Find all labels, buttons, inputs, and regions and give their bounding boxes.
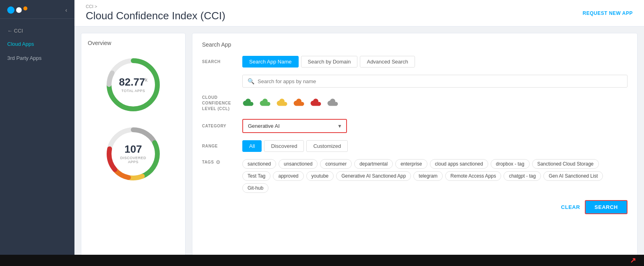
search-tabs: Search App Name Search by Domain Advance… [242,56,415,68]
logo-circle-white [16,7,22,13]
tags-row: TAGS ⚙ sanctionedunsanctionedconsumerdep… [202,159,627,193]
tag-item[interactable]: consumer [320,159,352,169]
range-tabs: All Discovered Customized [242,140,348,152]
total-apps-center: 82.77k TOTAL APPS [119,77,147,93]
actions-row: CLEAR SEARCH [202,200,627,214]
sidebar-item-third-party-apps[interactable]: 3rd Party Apps [0,51,74,65]
content-area: Overview 82.77k [74,27,644,266]
ccl-label: CLOUDCONFIDENCELEVEL (CCL) [202,95,242,112]
tag-item[interactable]: cloud apps sanctioned [430,159,488,169]
sidebar-logo: ‹ [0,0,74,19]
range-tab-all[interactable]: All [242,140,262,152]
total-apps-label: TOTAL APPS [119,89,147,93]
sidebar-item-cloud-apps[interactable]: Cloud Apps [0,37,74,51]
ccl-row: CLOUDCONFIDENCELEVEL (CCL) [202,95,627,112]
logo [7,6,27,14]
tab-search-by-domain[interactable]: Search by Domain [301,56,358,68]
search-panel: Search App SEARCH Search App Name Search… [192,33,638,260]
total-apps-donut: 82.77k TOTAL APPS [101,53,165,117]
search-label: SEARCH [202,59,242,64]
tag-item[interactable]: Generative AI Sanctioned App [336,171,411,181]
tag-item[interactable]: chatgpt - tag [504,171,541,181]
search-input-wrapper: 🔍 [242,75,627,88]
cloud-orange[interactable] [293,98,306,108]
tags-label: TAGS [202,160,214,164]
page-title: Cloud Confidence Index (CCI) [86,10,225,22]
discovered-apps-donut: 107 DISCOVERED APPS [101,122,165,186]
range-label: RANGE [202,144,242,148]
sidebar: ‹ ← CCI Cloud Apps 3rd Party Apps [0,0,74,266]
overview-title: Overview [88,40,111,46]
tab-search-app-name[interactable]: Search App Name [242,56,299,68]
gear-icon[interactable]: ⚙ [216,159,221,165]
tag-item[interactable]: Sanctioned Cloud Storage [532,159,599,169]
arrow-icon: ↗ [630,256,636,265]
tag-item[interactable]: Remote Access Apps [445,171,501,181]
tag-item[interactable]: Git-hub [242,183,268,193]
cloud-green-dark[interactable] [242,98,255,108]
range-row: RANGE All Discovered Customized [202,140,627,152]
bottom-bar: ↗ [0,255,644,266]
sidebar-nav: ← CCI Cloud Apps 3rd Party Apps [0,19,74,71]
tag-item[interactable]: sanctioned [242,159,276,169]
discovered-apps-center: 107 DISCOVERED APPS [117,144,149,164]
breadcrumb: CCI > [86,4,225,9]
discovered-apps-label: DISCOVERED APPS [117,156,149,164]
total-apps-value: 82.77k [119,77,147,87]
clear-button[interactable]: CLEAR [561,204,580,210]
cloud-green-light[interactable] [259,98,272,108]
tag-item[interactable]: Test Tag [242,171,270,181]
tags-container: sanctionedunsanctionedconsumerdepartment… [242,159,627,193]
cloud-gray[interactable] [327,98,340,108]
tag-item[interactable]: Gen AI Sanctioned List [543,171,603,181]
search-icon: 🔍 [248,78,254,84]
cloud-yellow[interactable] [276,98,289,108]
tags-label-wrap: TAGS ⚙ [202,159,242,165]
category-row: CATEGORY Generative AI Cloud Storage Col… [202,119,627,133]
tag-item[interactable]: approved [273,171,303,181]
cloud-red[interactable] [310,98,323,108]
tag-item[interactable]: youtube [306,171,334,181]
overview-panel: Overview 82.77k [81,33,186,260]
collapse-button[interactable]: ‹ [65,7,67,13]
tag-item[interactable]: dropbox - tag [491,159,530,169]
ccl-clouds [242,98,340,108]
header-left: CCI > Cloud Confidence Index (CCI) [86,4,225,22]
main-content: CCI > Cloud Confidence Index (CCI) REQUE… [74,0,644,266]
search-type-row: SEARCH Search App Name Search by Domain … [202,56,627,68]
category-select[interactable]: Generative AI Cloud Storage Collaboratio… [243,120,333,132]
request-new-app-button[interactable]: REQUEST NEW APP [583,10,633,16]
sidebar-back-button[interactable]: ← CCI [0,25,74,37]
logo-circle-orange [23,6,27,10]
logo-circle-blue [7,6,14,14]
search-input-row: 🔍 [202,75,627,88]
search-panel-title: Search App [202,41,627,48]
tag-item[interactable]: departmental [354,159,393,169]
header: CCI > Cloud Confidence Index (CCI) REQUE… [74,0,644,27]
search-button[interactable]: SEARCH [585,200,627,214]
chevron-down-icon: ▼ [333,123,346,129]
tag-item[interactable]: unsanctioned [279,159,318,169]
range-tab-discovered[interactable]: Discovered [264,140,304,152]
tag-item[interactable]: enterprise [395,159,427,169]
tag-item[interactable]: telegram [413,171,443,181]
category-label: CATEGORY [202,124,242,128]
tab-advanced-search[interactable]: Advanced Search [360,56,415,68]
donut-container: 82.77k TOTAL APPS [88,53,179,186]
category-select-wrapper: Generative AI Cloud Storage Collaboratio… [242,119,347,133]
range-tab-customized[interactable]: Customized [306,140,348,152]
search-input[interactable] [258,78,622,84]
discovered-apps-value: 107 [117,144,149,154]
